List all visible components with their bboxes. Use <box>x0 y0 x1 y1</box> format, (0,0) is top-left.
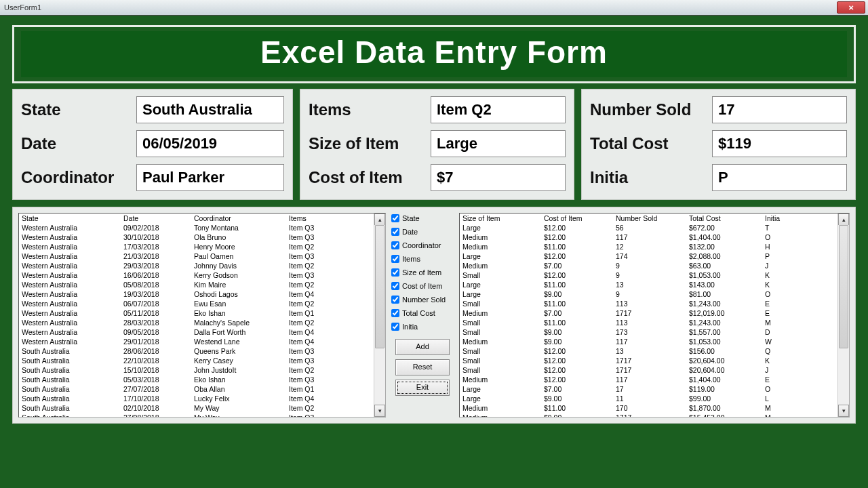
list-row[interactable]: Medium$7.009$63.00J <box>460 261 849 270</box>
titlebar: UserForm1 ✕ <box>0 0 868 16</box>
list-row[interactable]: South Australia28/06/2018Queens ParkItem… <box>19 346 385 356</box>
list-row[interactable]: Large$12.00174$2,088.00P <box>460 251 849 261</box>
check-cost[interactable]: Cost of Item <box>390 282 455 290</box>
list-row[interactable]: Medium$9.001717$15,453.00M <box>460 413 849 418</box>
close-icon: ✕ <box>848 4 854 12</box>
list-row[interactable]: Western Australia30/10/2018Ola BrunoItem… <box>19 232 385 242</box>
check-size[interactable]: Size of Item <box>390 268 455 277</box>
list-row[interactable]: Large$7.0017$119.00O <box>460 384 849 394</box>
list-row[interactable]: Medium$9.00117$1,053.00W <box>460 337 849 346</box>
label-cost: Cost of Item <box>309 168 431 187</box>
exit-button[interactable]: Exit <box>395 380 450 396</box>
list-row[interactable]: Medium$11.00170$1,870.00M <box>460 403 849 413</box>
list-row[interactable]: Western Australia28/03/2018Malachy's Sap… <box>19 318 385 327</box>
check-initia[interactable]: Initia <box>390 323 455 331</box>
column-header: Total Cost <box>689 214 765 222</box>
list-row[interactable]: Large$12.0056$672.00T <box>460 223 849 232</box>
label-number-sold: Number Sold <box>590 100 712 119</box>
list-row[interactable]: Small$9.00173$1,557.00D <box>460 327 849 337</box>
input-number-sold[interactable]: 17 <box>712 96 847 123</box>
list-row[interactable]: Small$12.001717$20,604.00J <box>460 365 849 375</box>
input-size[interactable]: Large <box>431 130 566 157</box>
lists-frame: StateDateCoordinatorItemsWestern Austral… <box>12 207 856 424</box>
page-title: Excel Data Entry Form <box>21 31 847 77</box>
list-row[interactable]: Western Australia19/03/2018Oshodi LagosI… <box>19 289 385 299</box>
list-row[interactable]: South Australia27/07/2018Oba AllanItem Q… <box>19 384 385 394</box>
scroll-thumb[interactable] <box>375 225 384 348</box>
list-row[interactable]: Western Australia09/02/2018Tony MontanaI… <box>19 223 385 232</box>
add-button[interactable]: Add <box>395 339 450 355</box>
list-row[interactable]: Medium$11.0012$132.00H <box>460 242 849 251</box>
input-state[interactable]: South Australia <box>136 96 284 123</box>
list-row[interactable]: Small$11.00113$1,243.00E <box>460 299 849 308</box>
panel-totals: Number Sold17 Total Cost$119 InitiaP <box>581 89 856 200</box>
check-coordinator[interactable]: Coordinator <box>390 241 455 249</box>
list-row[interactable]: Medium$12.00117$1,404.00E <box>460 375 849 384</box>
check-state[interactable]: State <box>390 214 455 222</box>
input-date[interactable]: 06/05/2019 <box>136 130 284 157</box>
scroll-up-icon[interactable]: ▴ <box>374 214 385 226</box>
column-header: Coordinator <box>194 214 289 222</box>
reset-button[interactable]: Reset <box>395 359 450 375</box>
list-row[interactable]: Large$9.009$81.00O <box>460 289 849 299</box>
entry-panels: StateSouth Australia Date06/05/2019 Coor… <box>12 89 856 200</box>
list-row[interactable]: South Australia22/10/2018Kerry CaseyItem… <box>19 356 385 365</box>
panel-items: ItemsItem Q2 Size of ItemLarge Cost of I… <box>300 89 574 200</box>
input-coordinator[interactable]: Paul Parker <box>136 164 284 191</box>
list-row[interactable]: South Australia27/08/2018My WayItem Q3 <box>19 413 385 418</box>
column-header: Date <box>123 214 194 222</box>
check-number-sold[interactable]: Number Sold <box>390 296 455 304</box>
list-row[interactable]: Western Australia17/03/2018Henry MooreIt… <box>19 242 385 251</box>
list-row[interactable]: Western Australia21/03/2018Paul OamenIte… <box>19 251 385 261</box>
list-row[interactable]: Western Australia16/06/2018Kerry GodsonI… <box>19 270 385 280</box>
list-row[interactable]: South Australia05/03/2018Eko IshanItem Q… <box>19 375 385 384</box>
list-row[interactable]: Western Australia29/03/2018Johnny DavisI… <box>19 261 385 270</box>
list-row[interactable]: Small$12.0013$156.00Q <box>460 346 849 356</box>
scroll-up-icon[interactable]: ▴ <box>838 214 849 226</box>
list-row[interactable]: Western Australia05/11/2018Eko IshanItem… <box>19 308 385 318</box>
scroll-down-icon[interactable]: ▾ <box>374 405 385 417</box>
column-header: Cost of Item <box>544 214 616 222</box>
label-coordinator: Coordinator <box>21 168 136 187</box>
list-row[interactable]: Small$12.001717$20,604.00K <box>460 356 849 365</box>
list-row[interactable]: Western Australia05/08/2018Kim MaireItem… <box>19 280 385 289</box>
scroll-thumb[interactable] <box>839 225 848 348</box>
list-row[interactable]: Large$11.0013$143.00K <box>460 280 849 289</box>
column-header: Items <box>289 214 350 222</box>
scrollbar[interactable]: ▴ ▾ <box>374 214 385 417</box>
scroll-down-icon[interactable]: ▾ <box>838 405 849 417</box>
list-row[interactable]: Medium$7.001717$12,019.00E <box>460 308 849 318</box>
input-initia[interactable]: P <box>712 164 847 191</box>
controls-column: State Date Coordinator Items Size of Ite… <box>390 213 455 418</box>
list-row[interactable]: Medium$12.00117$1,404.00O <box>460 232 849 242</box>
check-items[interactable]: Items <box>390 255 455 263</box>
label-size: Size of Item <box>309 134 431 153</box>
list-row[interactable]: Western Australia29/01/2018Westend LaneI… <box>19 337 385 346</box>
input-cost[interactable]: $7 <box>431 164 566 191</box>
list-row[interactable]: Small$12.009$1,053.00K <box>460 270 849 280</box>
check-total-cost[interactable]: Total Cost <box>390 309 455 317</box>
window-title: UserForm1 <box>4 3 41 12</box>
close-button[interactable]: ✕ <box>837 1 865 14</box>
listbox-right[interactable]: Size of ItemCost of ItemNumber SoldTotal… <box>459 213 850 418</box>
list-row[interactable]: Western Australia09/05/2018Dalla Fort Wo… <box>19 327 385 337</box>
label-total-cost: Total Cost <box>590 134 712 153</box>
listbox-left[interactable]: StateDateCoordinatorItemsWestern Austral… <box>18 213 386 418</box>
panel-state: StateSouth Australia Date06/05/2019 Coor… <box>12 89 293 200</box>
check-date[interactable]: Date <box>390 228 455 236</box>
list-row[interactable]: Large$9.0011$99.00L <box>460 394 849 403</box>
scrollbar[interactable]: ▴ ▾ <box>837 214 849 417</box>
list-row[interactable]: South Australia02/10/2018My WayItem Q2 <box>19 403 385 413</box>
input-items[interactable]: Item Q2 <box>431 96 566 123</box>
list-row[interactable]: Western Australia06/07/2018Ewu EsanItem … <box>19 299 385 308</box>
form-body: Excel Data Entry Form StateSouth Austral… <box>0 16 868 432</box>
column-header: State <box>22 214 123 222</box>
input-total-cost[interactable]: $119 <box>712 130 847 157</box>
label-date: Date <box>21 134 136 153</box>
banner-frame: Excel Data Entry Form <box>12 25 856 83</box>
column-header: Initia <box>765 214 806 222</box>
label-initia: Initia <box>590 168 712 187</box>
list-row[interactable]: South Australia17/10/2018Lucky FelixItem… <box>19 394 385 403</box>
list-row[interactable]: South Australia15/10/2018John JustdoItIt… <box>19 365 385 375</box>
list-row[interactable]: Small$11.00113$1,243.00M <box>460 318 849 327</box>
